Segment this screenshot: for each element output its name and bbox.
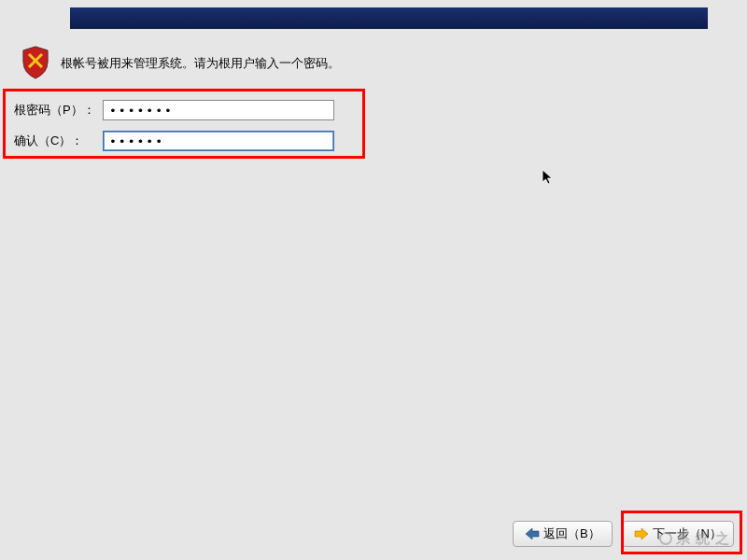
watermark-logo-icon	[659, 532, 672, 545]
header-banner	[70, 7, 708, 29]
mouse-cursor-icon	[542, 169, 555, 189]
back-button-label: 返回（B）	[543, 525, 600, 542]
root-password-row: 根密码（P）：	[14, 100, 334, 120]
back-button[interactable]: 返回（B）	[513, 521, 613, 547]
shield-icon	[21, 45, 50, 80]
root-password-input[interactable]	[103, 100, 334, 120]
confirm-password-label: 确认（C）：	[14, 133, 103, 149]
confirm-password-row: 确认（C）：	[14, 131, 334, 151]
arrow-left-icon	[525, 527, 540, 540]
confirm-password-input[interactable]	[103, 131, 334, 151]
arrow-right-icon	[634, 527, 649, 540]
instruction-text: 根帐号被用来管理系统。请为根用户输入一个密码。	[61, 55, 340, 72]
watermark-text: 系 统 之	[676, 530, 730, 546]
watermark: 系 统 之	[659, 530, 730, 548]
root-password-label: 根密码（P）：	[14, 102, 103, 119]
